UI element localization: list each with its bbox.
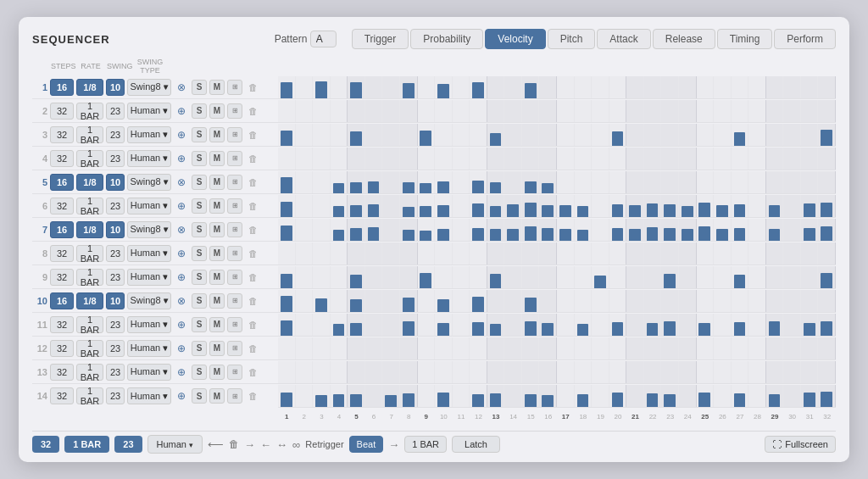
cell-2-4[interactable] [331, 100, 348, 122]
cell-9-24[interactable] [679, 266, 697, 288]
cell-3-7[interactable] [382, 124, 400, 146]
cell-13-25[interactable] [697, 361, 715, 383]
track-grid-btn-10[interactable]: ⊞ [227, 293, 242, 309]
track-grid-btn-8[interactable]: ⊞ [227, 246, 242, 261]
cell-11-19[interactable] [592, 314, 609, 336]
cell-13-20[interactable] [609, 361, 627, 383]
cell-10-6[interactable] [365, 290, 383, 312]
cell-6-25[interactable] [697, 195, 715, 217]
cell-7-3[interactable] [313, 219, 331, 241]
cell-13-10[interactable] [435, 361, 453, 383]
cell-13-26[interactable] [714, 361, 732, 383]
track-link-btn-10[interactable]: ⊗ [174, 293, 189, 309]
cell-6-26[interactable] [714, 195, 732, 217]
track-swingtype-2[interactable]: Human ▾ [127, 103, 171, 120]
cell-10-5[interactable] [348, 290, 365, 312]
track-swingtype-7[interactable]: Swing8 ▾ [127, 221, 171, 238]
cell-5-5[interactable] [348, 171, 365, 193]
cell-14-30[interactable] [783, 385, 801, 407]
track-solo-btn-5[interactable]: S [192, 175, 207, 190]
cell-3-20[interactable] [609, 124, 627, 146]
cell-11-32[interactable] [818, 314, 836, 336]
cell-9-14[interactable] [504, 266, 522, 288]
track-swingtype-3[interactable]: Human ▾ [127, 126, 171, 143]
tab-trigger[interactable]: Trigger [352, 29, 409, 49]
cell-4-12[interactable] [470, 148, 487, 170]
track-swing-9[interactable]: 23 [106, 269, 125, 286]
cell-12-19[interactable] [592, 337, 609, 359]
cell-8-25[interactable] [697, 242, 715, 265]
cell-11-5[interactable] [348, 314, 365, 336]
track-mute-btn-14[interactable]: M [209, 388, 225, 404]
track-delete-btn-12[interactable]: 🗑 [245, 341, 260, 356]
cell-13-19[interactable] [592, 361, 609, 383]
cell-7-2[interactable] [296, 219, 314, 241]
cell-8-26[interactable] [714, 242, 732, 265]
footer-latch-btn[interactable]: Latch [452, 436, 500, 453]
cell-3-23[interactable] [661, 124, 679, 146]
cell-1-13[interactable] [487, 76, 505, 98]
cell-2-16[interactable] [539, 100, 557, 122]
cell-14-1[interactable] [278, 385, 296, 407]
track-steps-2[interactable]: 32 [50, 103, 74, 120]
cell-7-23[interactable] [661, 219, 679, 241]
cell-4-5[interactable] [348, 148, 365, 170]
cell-3-18[interactable] [575, 124, 593, 146]
cell-9-15[interactable] [522, 266, 540, 288]
cell-2-1[interactable] [278, 100, 296, 122]
track-swing-1[interactable]: 10 [106, 79, 125, 96]
cell-7-17[interactable] [557, 219, 575, 241]
cell-11-23[interactable] [661, 314, 679, 336]
cell-4-8[interactable] [400, 148, 418, 170]
cell-1-18[interactable] [575, 76, 593, 98]
track-solo-btn-8[interactable]: S [192, 246, 207, 261]
cell-14-24[interactable] [679, 385, 697, 407]
cell-9-23[interactable] [661, 266, 679, 288]
cell-10-26[interactable] [714, 290, 732, 312]
cell-6-10[interactable] [435, 195, 453, 217]
cell-3-30[interactable] [783, 124, 801, 146]
track-steps-11[interactable]: 32 [50, 316, 74, 333]
cell-8-3[interactable] [313, 242, 331, 265]
cell-5-21[interactable] [626, 171, 644, 193]
track-swingtype-11[interactable]: Human ▾ [127, 316, 171, 333]
cell-3-8[interactable] [400, 124, 418, 146]
cell-7-7[interactable] [382, 219, 400, 241]
cell-2-24[interactable] [679, 100, 697, 122]
cell-7-6[interactable] [365, 219, 383, 241]
track-mute-btn-8[interactable]: M [209, 246, 225, 261]
cell-7-5[interactable] [348, 219, 365, 241]
cell-7-12[interactable] [470, 219, 487, 241]
cell-12-30[interactable] [783, 337, 801, 359]
cell-6-16[interactable] [539, 195, 557, 217]
cell-4-27[interactable] [732, 148, 749, 170]
cell-4-22[interactable] [644, 148, 662, 170]
cell-12-32[interactable] [818, 337, 836, 359]
cell-2-7[interactable] [382, 100, 400, 122]
cell-14-27[interactable] [732, 385, 749, 407]
cell-12-24[interactable] [679, 337, 697, 359]
cell-12-2[interactable] [296, 337, 314, 359]
cell-5-3[interactable] [313, 171, 331, 193]
cell-12-16[interactable] [539, 337, 557, 359]
track-swing-10[interactable]: 10 [106, 292, 125, 309]
cell-12-5[interactable] [348, 337, 365, 359]
cell-14-9[interactable] [418, 385, 436, 407]
track-steps-6[interactable]: 32 [50, 198, 74, 214]
cell-2-12[interactable] [470, 100, 487, 122]
cell-11-4[interactable] [331, 314, 348, 336]
cell-6-17[interactable] [557, 195, 575, 217]
cell-3-16[interactable] [539, 124, 557, 146]
cell-4-1[interactable] [278, 148, 296, 170]
cell-2-8[interactable] [400, 100, 418, 122]
cell-4-18[interactable] [575, 148, 593, 170]
cell-5-29[interactable] [766, 171, 784, 193]
cell-5-7[interactable] [382, 171, 400, 193]
cell-9-29[interactable] [766, 266, 784, 288]
cell-10-20[interactable] [609, 290, 627, 312]
tab-pitch[interactable]: Pitch [548, 29, 596, 49]
cell-13-24[interactable] [679, 361, 697, 383]
cell-1-16[interactable] [539, 76, 557, 98]
tab-perform[interactable]: Perform [774, 29, 836, 49]
cell-5-12[interactable] [470, 171, 487, 193]
